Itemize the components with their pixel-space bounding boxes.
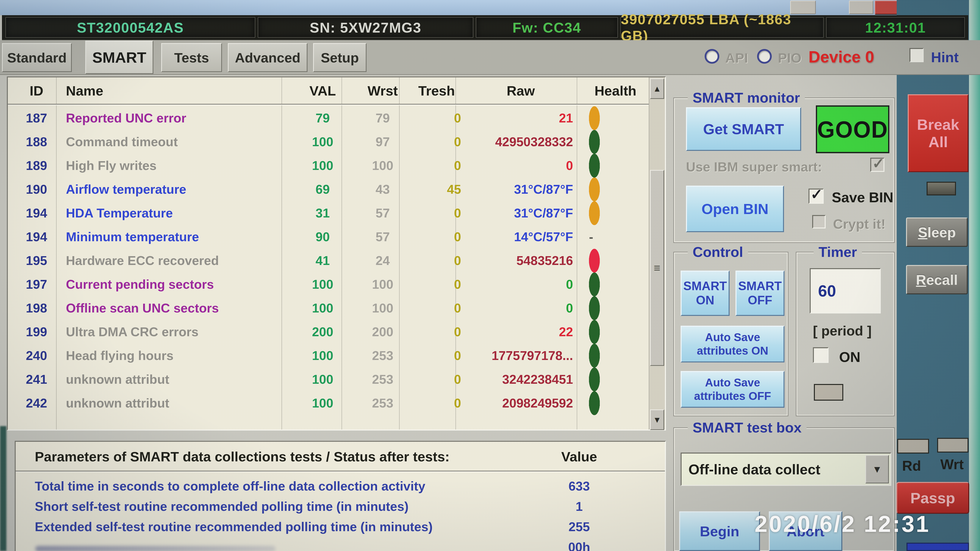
timer-led [814, 384, 843, 401]
partial-blue-button [907, 543, 969, 551]
cell: 0 [412, 249, 461, 273]
cell: 189 [18, 154, 55, 178]
cell: 0 [412, 368, 461, 391]
cell: Reported UNC error [66, 106, 286, 130]
table-scrollbar[interactable]: ▲ ≡ ▼ [649, 78, 665, 430]
cell: 45 [412, 178, 461, 201]
health-cell [589, 249, 657, 273]
cell: 31 [296, 201, 350, 225]
test-type-dropdown[interactable]: Off-line data collect ▼ [681, 453, 891, 486]
cell: 0 [468, 273, 573, 296]
cell: 21 [468, 106, 573, 130]
monitor-edge-left [0, 426, 6, 551]
ibm-smart-checkbox[interactable]: ✓ [870, 158, 885, 172]
tab-standard[interactable]: Standard [2, 43, 72, 72]
health-cell [589, 154, 657, 178]
header-id: ID [18, 78, 55, 104]
crypt-checkbox[interactable] [812, 215, 826, 229]
cell: 198 [18, 296, 55, 320]
cell: 100 [356, 154, 410, 178]
cell: 188 [18, 130, 55, 154]
begin-button[interactable]: Begin [679, 511, 760, 551]
tab-advanced[interactable]: Advanced [228, 43, 307, 72]
health-dot [589, 178, 600, 201]
timer-period-input[interactable] [810, 268, 881, 313]
get-smart-button[interactable]: Get SMART [686, 107, 801, 151]
tab-tests[interactable]: Tests [161, 43, 222, 72]
timer-on-checkbox[interactable] [813, 347, 829, 363]
hint-checkbox-label: Hint [931, 49, 959, 65]
cell: Airflow temperature [66, 178, 286, 201]
health-cell [589, 368, 657, 391]
cell: 0 [412, 154, 461, 178]
cell: 0 [412, 130, 461, 154]
table-row: 199Ultra DMA CRC errors200200022 [8, 320, 649, 344]
open-bin-button[interactable]: Open BIN [686, 186, 784, 232]
cell: 100 [356, 296, 410, 320]
smart-on-button[interactable]: SMARTON [681, 271, 730, 316]
autosave-off-button[interactable]: Auto Saveattributes OFF [681, 371, 784, 408]
timer-title: Timer [814, 244, 862, 260]
param-label: Short self-test routine recommended poll… [35, 496, 525, 517]
cell: 69 [296, 178, 350, 201]
pio-radio[interactable] [757, 49, 772, 64]
clock: 12:31:01 [826, 17, 965, 38]
cell: 100 [296, 130, 350, 154]
sleep-button[interactable]: Sleep [906, 218, 968, 247]
health-dot [589, 201, 600, 225]
cell: 100 [296, 368, 350, 391]
health-cell [589, 273, 657, 296]
scroll-down-icon[interactable]: ▼ [650, 410, 664, 430]
header-raw: Raw [468, 78, 573, 104]
recall-button[interactable]: Recall [906, 265, 968, 294]
table-row: 195Hardware ECC recovered4124054835216 [8, 249, 649, 273]
autosave-on-button[interactable]: Auto Saveattributes ON [681, 326, 784, 362]
cell: 57 [356, 225, 410, 249]
param-value: 255 [545, 517, 614, 537]
cell: 0 [468, 296, 573, 320]
smart-status-indicator: GOOD [816, 105, 889, 153]
timer-period-label: [ period ] [813, 323, 872, 339]
scrollbar-thumb[interactable]: ≡ [650, 170, 664, 366]
smart-test-box-title: SMART test box [688, 419, 807, 436]
tab-smart[interactable]: SMART [85, 41, 153, 74]
break-all-button[interactable]: BreakAll [908, 94, 969, 172]
drive-info-bar: ST32000542AS SN: 5XW27MG3 Fw: CC34 39070… [2, 15, 968, 40]
passport-button[interactable]: Passp [896, 482, 969, 514]
smart-off-button[interactable]: SMARTOFF [735, 271, 784, 316]
chevron-down-icon[interactable]: ▼ [865, 455, 889, 483]
cell: 79 [356, 106, 410, 130]
drive-firmware: Fw: CC34 [476, 17, 618, 38]
health-cell [589, 320, 657, 344]
health-cell [589, 178, 657, 201]
table-row: 187Reported UNC error7979021 [8, 106, 649, 130]
cell: 187 [18, 106, 55, 130]
api-radio[interactable] [705, 49, 719, 64]
tab-setup[interactable]: Setup [313, 43, 366, 72]
save-bin-checkbox[interactable]: ✓ [808, 189, 824, 204]
cell: 100 [296, 154, 350, 178]
cell: 0 [412, 106, 461, 130]
hint-checkbox[interactable] [910, 48, 924, 62]
health-dot [589, 320, 600, 344]
control-title: Control [688, 244, 748, 260]
cell: 195 [18, 249, 55, 273]
test-type-value: Off-line data collect [689, 454, 820, 485]
cell: unknown attribut [66, 368, 286, 391]
cell: 100 [296, 344, 350, 368]
read-led [897, 439, 929, 454]
cell: 0 [412, 320, 461, 344]
photo-background-strip [0, 0, 980, 15]
monitor-edge [968, 0, 980, 551]
cell: 200 [356, 320, 410, 344]
table-row: 198Offline scan UNC sectors10010000 [8, 296, 649, 320]
cell: 253 [356, 344, 410, 368]
cell: 22 [468, 320, 573, 344]
cell: 100 [296, 273, 350, 296]
cell: 190 [18, 178, 55, 201]
scroll-up-icon[interactable]: ▲ [650, 78, 664, 99]
header-val: VAL [296, 78, 350, 104]
device-indicator: Device 0 [808, 48, 874, 66]
cell: 100 [356, 273, 410, 296]
pio-radio-label: PIO [778, 50, 802, 66]
